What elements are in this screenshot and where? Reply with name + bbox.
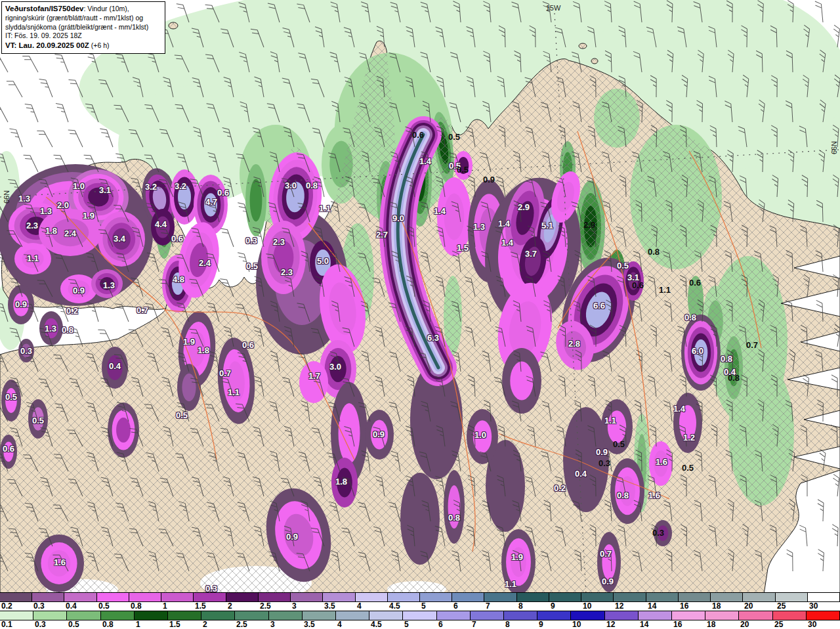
colorbar-tick-label: 25 [777, 601, 786, 611]
precip-value-label: 2.0 [57, 200, 69, 210]
colorbar-segment [269, 611, 303, 620]
precip-value-label: 0.6 [242, 340, 254, 350]
colorbar-segment [639, 611, 672, 620]
colorbar-tick-label: 3 [292, 601, 297, 611]
colorbar-segment [471, 611, 504, 620]
precip-value-label: 0.9 [596, 447, 608, 457]
colorbar-segment [504, 611, 537, 620]
precip-value-label: 0.7 [600, 549, 612, 559]
colorbar-segment [484, 593, 517, 601]
precip-value-label: 2.3 [281, 267, 293, 277]
colorbar-segment [452, 593, 484, 601]
precip-value-label: 1.9 [183, 337, 195, 347]
colorbar-tick-label: 2 [203, 620, 207, 629]
precip-value-label: 0.9 [373, 429, 385, 439]
colorbar-segment [168, 611, 201, 620]
precip-value-label: 0.3 [245, 236, 257, 246]
title-line-2: rigning/skúrir (grænt/blátt/rautt - mm/1… [5, 14, 161, 23]
colorbar-tick-label: 5 [404, 620, 409, 629]
precip-value-label: 0.6 [689, 278, 701, 288]
precip-value-label: 3.0 [285, 181, 297, 190]
colorbar-segment [235, 611, 269, 620]
colorbar-segment [420, 593, 452, 601]
precip-value-label: 0.6 [412, 130, 424, 140]
weather-map-screen: 1.31.03.12.01.31.92.31.82.43.41.10.91.30… [0, 0, 840, 629]
colorbar-segment [605, 611, 639, 620]
precip-value-label: 1.1 [228, 387, 240, 397]
precip-value-label: 1.8 [335, 477, 347, 487]
precip-value-label: 0.4 [109, 361, 121, 371]
colorbar-tick-label: 6 [453, 601, 458, 611]
colorbar-tick-label: 3.5 [304, 620, 315, 629]
precip-value-label: 0.7 [219, 368, 231, 378]
colorbar-segment [356, 593, 388, 601]
precip-value-label: 1.0 [474, 430, 486, 440]
title-line-4: IT: Fös. 19. 09. 2025 18Z [5, 32, 161, 41]
precip-value-label: 0.6 [632, 280, 644, 290]
precip-value-label: 6.0 [692, 346, 704, 356]
colorbar-segment [437, 611, 471, 620]
precip-value-label: 0.8 [721, 354, 732, 364]
precip-value-label: 0.8 [448, 513, 460, 523]
colorbar-segment [101, 611, 135, 620]
colorbar-tick-label: 0.3 [33, 601, 45, 611]
precip-value-label: 6.6 [593, 301, 605, 311]
precip-value-label: 0.4 [724, 367, 736, 377]
colorbar-tick-label: 0.5 [68, 620, 79, 629]
colorbar-segment [226, 593, 259, 601]
precip-value-label: 3.2 [175, 181, 186, 191]
colorbar-segment [776, 593, 808, 601]
colorbar-tick-label: 2.5 [260, 601, 271, 611]
colorbar-tick-label: 9 [551, 601, 555, 611]
precip-value-label: 1.5 [457, 243, 469, 253]
precip-value-label: 0.9 [483, 175, 495, 184]
colorbar-segment [403, 611, 437, 620]
precip-value-label: 2.4 [199, 258, 211, 268]
precip-value-label: 1.4 [501, 238, 513, 248]
colorbar-segment [129, 593, 161, 601]
colorbar-tick-label: 0.3 [35, 620, 46, 629]
precip-value-label: 2.3 [26, 221, 38, 230]
precip-value-label: 0.3 [20, 346, 32, 356]
colorbar-segment [369, 611, 403, 620]
colorbar-tick-label: 18 [707, 620, 715, 629]
colorbar-segment [739, 611, 773, 620]
colorbar-tick-label: 20 [740, 620, 749, 629]
precip-value-label: 0.7 [746, 340, 758, 350]
precip-value-label: 0.7 [136, 305, 148, 315]
colorbar-segment [711, 593, 743, 601]
colorbar-tick-label: 16 [680, 601, 688, 611]
precip-value-label: 0.6 [3, 444, 14, 454]
precip-value-label: 0.8 [728, 373, 740, 383]
colorbar-tick-label: 2.5 [236, 620, 247, 629]
precip-value-label: 1.3 [18, 194, 30, 204]
precip-value-label: 1.1 [27, 253, 39, 263]
colorbar-tick-label: 14 [648, 601, 656, 611]
colorbar-tick-label: 0.5 [98, 601, 110, 611]
colorbar-tick-label: 8 [518, 601, 523, 611]
colorbar-segment [201, 611, 235, 620]
precip-value-label: 5.0 [317, 256, 329, 266]
colorbar-segment [679, 593, 711, 601]
precip-value-label: 2.7 [376, 230, 388, 240]
colorbar-segment [161, 593, 194, 601]
title-line-1: Veðurstofan/IS750dev: Vindur (10m), [5, 4, 161, 14]
colorbar-tick-label: 3 [270, 620, 275, 629]
title-line-5: VT: Lau. 20.09.2025 00Z (+6 h) [5, 41, 161, 51]
precip-value-label: 0.5 [613, 439, 625, 449]
precip-value-label: 1.9 [83, 211, 94, 221]
precip-value-label: 1.1 [505, 579, 516, 589]
precip-value-label: 0.5 [32, 416, 44, 425]
precip-value-label: 9.0 [392, 213, 404, 223]
colorbar-sleet-labels: 0.20.30.40.50.811.522.533.544.5567891012… [0, 602, 840, 611]
colorbar-rain-labels: 0.10.30.50.811.522.533.544.5567891012141… [0, 620, 840, 629]
colorbar-rain-scale [0, 611, 840, 620]
colorbar-tick-label: 20 [744, 601, 753, 611]
colorbar-segment [0, 611, 33, 620]
precip-value-label: 2.8 [568, 339, 580, 349]
colorbar-tick-label: 1 [163, 601, 167, 611]
colorbar-segment [672, 611, 705, 620]
colorbar-legend: 0.20.30.40.50.811.522.533.544.5567891012… [0, 592, 840, 629]
precip-value-label: 5.1 [541, 221, 553, 230]
precip-value-label: 4.4 [155, 219, 167, 229]
